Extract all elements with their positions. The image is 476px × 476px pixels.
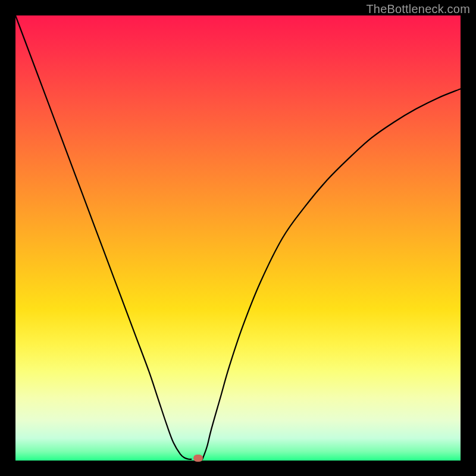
watermark-text: TheBottleneck.com [366, 2, 470, 16]
bottleneck-curve [15, 15, 461, 461]
curve-left-branch [15, 15, 191, 459]
chart-frame: TheBottleneck.com [0, 0, 476, 476]
optimal-marker [193, 455, 203, 462]
curve-right-branch [202, 89, 461, 459]
plot-area [15, 15, 461, 461]
